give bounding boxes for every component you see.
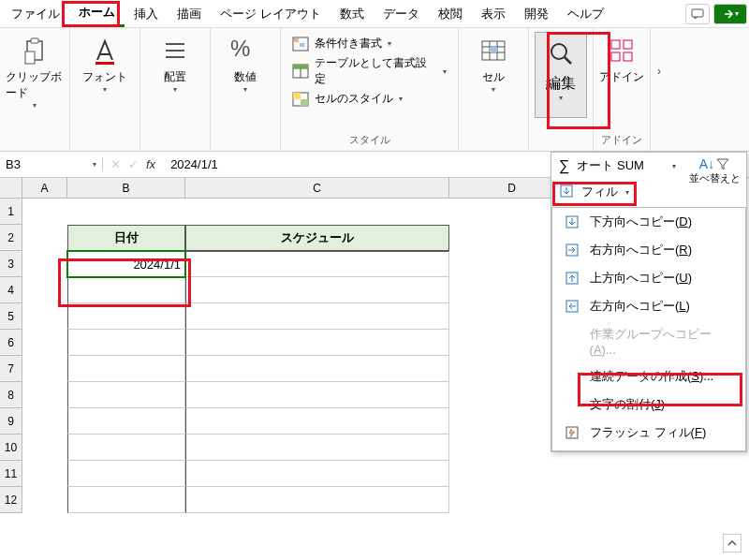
ribbon-more-button[interactable]: › [651,28,668,114]
conditional-formatting-button[interactable]: 条件付き書式 ▾ [292,36,447,52]
chevron-down-icon: ▾ [559,94,563,102]
menu-page-layout[interactable]: ページ レイアウト [211,2,330,26]
svg-rect-9 [294,38,299,42]
number-button[interactable]: % 数値 ▾ [216,32,274,97]
alignment-button[interactable]: 配置 ▾ [146,32,204,97]
cell-b10[interactable] [67,435,185,461]
format-as-table-label: テーブルとして書式設定 [315,55,437,87]
menu-developer[interactable]: 開発 [515,2,558,26]
sort-filter-button[interactable]: A↓ 並べ替えと [683,153,746,185]
fill-flash-label: フラッシュ フィル( [590,425,695,439]
cell-c8[interactable] [185,382,449,408]
fill-right-item[interactable]: 右方向へコピー(R) [552,236,745,264]
row-header[interactable]: 5 [0,303,22,330]
cell-b12[interactable] [67,487,185,513]
fill-submenu: 下方向へコピー(D) 右方向へコピー(R) 上方向へコピー(U) 左方向へコピー… [551,207,746,451]
cell-b7[interactable] [67,356,185,382]
sort-label: 並べ替えと [689,171,741,185]
fill-up-item[interactable]: 上方向へコピー(U) [552,264,745,292]
fill-series-label: 連続データの作成( [590,369,691,383]
row-header[interactable]: 3 [0,251,22,277]
table-format-icon [292,64,309,79]
format-as-table-button[interactable]: テーブルとして書式設定 ▾ [292,55,447,87]
fill-across-key: A [594,343,602,357]
cell-c11[interactable] [185,461,449,487]
row-header[interactable]: 2 [0,225,22,251]
conditional-formatting-icon [292,37,309,52]
cell-c2[interactable]: スケジュール [185,225,449,251]
fill-series-item[interactable]: 連続データの作成(S)... [552,362,745,391]
row-header[interactable]: 8 [0,382,22,408]
row-header[interactable]: 7 [0,356,22,382]
cells-button[interactable]: セル ▾ [464,32,522,97]
arrow-right-icon [564,242,580,258]
editing-label: 編集 [546,74,576,94]
clipboard-button[interactable]: クリップボード ▾ [6,32,64,113]
cancel-icon[interactable]: ✕ [110,157,121,171]
svg-rect-27 [624,40,632,49]
fill-flash-item[interactable]: フラッシュ フィル(F) [552,419,745,447]
editing-button[interactable]: 編集 ▾ [535,32,587,118]
arrow-left-icon [564,298,580,315]
cell-c4[interactable] [185,277,449,303]
fill-justify-item[interactable]: 文字の割付(J) [552,391,745,419]
col-header-b[interactable]: B [67,178,185,199]
menu-data[interactable]: データ [374,2,429,26]
menu-review[interactable]: 校閲 [429,2,472,26]
menu-formulas[interactable]: 数式 [330,2,374,26]
addins-label: アドイン [599,69,644,85]
menu-insert[interactable]: 挿入 [125,2,168,26]
select-all-corner[interactable] [0,178,22,199]
menu-file[interactable]: ファイル [2,2,69,26]
cell-c7[interactable] [185,356,449,382]
cell-c12[interactable] [185,487,449,513]
cell-styles-button[interactable]: セルのスタイル ▾ [292,91,447,107]
cell-styles-label: セルのスタイル [315,91,393,107]
editing-dropdown-panel: ∑ オート SUM ▾ フィル ▾ A↓ 並べ替えと 下方向へコピー(D) 右 [551,152,747,452]
enter-icon[interactable]: ✓ [128,157,139,171]
cell-c6[interactable] [185,330,449,356]
cell-c9[interactable] [185,408,449,435]
name-box[interactable]: B3 ▾ [0,157,103,171]
fx-icon[interactable]: fx [146,157,155,171]
row-header[interactable]: 6 [0,330,22,356]
cell-b6[interactable] [67,330,185,356]
col-header-a[interactable]: A [22,178,67,199]
svg-rect-28 [611,52,620,61]
cell-b4[interactable] [67,277,185,303]
row-header[interactable]: 1 [0,199,22,225]
fill-left-item[interactable]: 左方向へコピー(L) [552,292,745,320]
font-button[interactable]: フォント ▾ [76,32,134,97]
menu-draw[interactable]: 描画 [168,2,211,26]
chevron-down-icon: ▾ [173,85,177,94]
comments-button[interactable] [685,4,710,24]
row-header[interactable]: 12 [0,487,22,513]
cell-c3[interactable] [185,251,449,277]
share-button[interactable]: ▾ [713,4,747,24]
cell-b11[interactable] [67,461,185,487]
fill-button[interactable]: フィル ▾ [551,179,683,205]
cell-b5[interactable] [67,303,185,330]
fill-down-item[interactable]: 下方向へコピー(D) [552,208,745,236]
menu-help[interactable]: ヘルプ [558,2,613,26]
row-headers: 1 2 3 4 5 6 7 8 9 10 11 12 [0,199,22,513]
autosum-button[interactable]: ∑ オート SUM ▾ [551,153,683,179]
cell-b9[interactable] [67,408,185,435]
cell-b2[interactable]: 日付 [67,225,185,251]
col-header-c[interactable]: C [185,178,449,199]
menu-home[interactable]: ホーム [69,0,125,27]
cell-b8[interactable] [67,382,185,408]
menu-view[interactable]: 表示 [472,2,515,26]
addins-button[interactable]: アドイン [599,32,644,89]
row-header[interactable]: 10 [0,435,22,461]
styles-group-label: スタイル [349,131,390,149]
ribbon-group-editing: 編集 ▾ [529,28,594,151]
row-header[interactable]: 9 [0,408,22,435]
row-header[interactable]: 11 [0,461,22,487]
chevron-down-icon: ▾ [492,85,495,94]
svg-rect-26 [611,40,620,49]
cell-c10[interactable] [185,435,449,461]
cell-c5[interactable] [185,303,449,330]
row-header[interactable]: 4 [0,277,22,303]
cell-b3[interactable]: 2024/1/1 [67,251,185,277]
